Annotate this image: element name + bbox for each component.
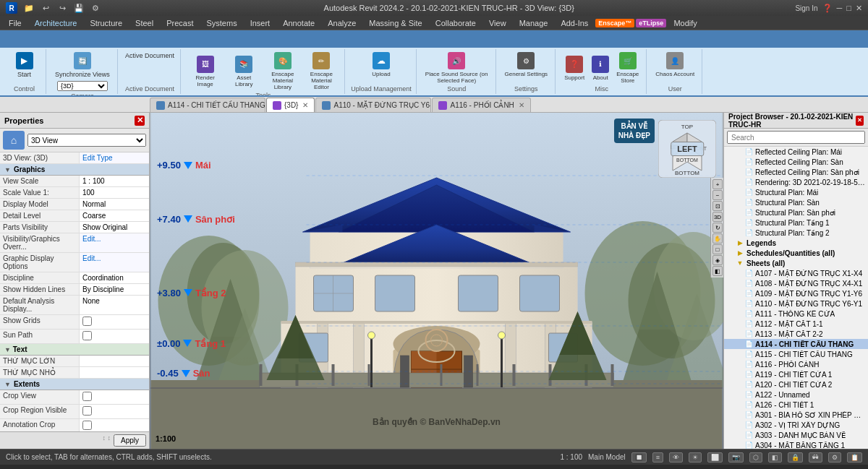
temporary-hide-btn[interactable]: 🕶 [809, 452, 822, 462]
ribbon-btn-chaos-account[interactable]: 👤 Chaos Account [652, 51, 697, 85]
render-status-btn[interactable]: 📷 [728, 452, 744, 462]
tree-item[interactable]: 📄A304 - MẶT BẰNG TẦNG 1 [724, 440, 868, 449]
text-section[interactable]: ▼ Text [0, 344, 149, 356]
menu-view[interactable]: View [483, 17, 512, 29]
menu-structure[interactable]: Structure [84, 17, 128, 29]
pan-btn[interactable]: ✋ [712, 233, 723, 244]
tree-item[interactable]: 📄Structural Plan: Sàn phơi [724, 207, 868, 218]
tree-item[interactable]: 📄Structural Plan: Sàn [724, 197, 868, 207]
ribbon-btn-sound[interactable]: 🔊 Place Sound Source (onSelected Face) [422, 51, 491, 85]
doc-tab-a116[interactable]: A116 - PHỐI CẢNH ✕ [432, 98, 530, 112]
tree-item[interactable]: 📄A122 - Unnamed [724, 390, 868, 400]
discipline-value[interactable]: Coordination [80, 272, 149, 283]
menu-architecture[interactable]: Architecture [29, 17, 83, 29]
ribbon-btn-asset-lib[interactable]: 📚 AssetLibrary [225, 54, 263, 89]
apply-btn[interactable]: Apply [114, 434, 146, 447]
edit-type-btn[interactable]: Edit Type [80, 152, 149, 163]
tree-item[interactable]: 📄A116 - PHỐI CẢNH [724, 359, 868, 369]
sign-in-link[interactable]: Sign In [795, 4, 817, 12]
doc-tab-a114[interactable]: A114 - CHI TIẾT CẦU THANG ✕ [150, 98, 265, 112]
tree-item[interactable]: 📄Reflected Ceiling Plan: Mái [724, 147, 868, 157]
model-graphics-btn[interactable]: ◧ [768, 452, 782, 462]
ribbon-btn-start[interactable]: ▶ Start [13, 51, 36, 85]
vis-graphics-edit[interactable]: Edit... [80, 233, 149, 252]
view-3d-btn[interactable]: 3D [712, 212, 723, 222]
ribbon-btn-store[interactable]: 🛒 EnscapeStore [613, 51, 642, 85]
crop-region-status-btn[interactable]: ⬜ [707, 452, 723, 462]
menu-collaborate[interactable]: Collaborate [430, 17, 482, 29]
render-quality-btn[interactable]: ◈ [712, 255, 723, 265]
vis-graphics-status-btn[interactable]: 👁 [669, 452, 683, 462]
view-scale-value[interactable]: 1 : 100 [80, 176, 149, 186]
tree-item[interactable]: 📄Structural Plan: Tầng 1 [724, 218, 868, 228]
extents-section[interactable]: ▼ Extents [0, 379, 149, 390]
menu-insert[interactable]: Insert [244, 17, 276, 29]
ribbon-btn-support[interactable]: ❓ Support [561, 54, 587, 82]
scale-value-value[interactable]: 100 [80, 187, 149, 198]
thu-muc-nho-value[interactable] [80, 367, 149, 378]
section-box-ctrl-btn[interactable]: □ [712, 244, 723, 254]
zoom-out-btn[interactable]: − [712, 190, 723, 200]
close-btn[interactable]: ✕ [856, 4, 862, 13]
ribbon-btn-gen-settings[interactable]: ⚙ General Settings [502, 51, 551, 85]
graphic-display-edit[interactable]: Edit... [80, 253, 149, 272]
tree-item[interactable]: 📄Rendering: 3D 2021-02-19-18-57-33 (E... [724, 177, 868, 187]
menu-manage[interactable]: Manage [514, 17, 554, 29]
rotate-btn[interactable]: ↻ [712, 223, 723, 233]
tree-item[interactable]: 📄A107 - MẶT ĐỨNG TRỤC X1-X4 [724, 268, 868, 278]
save-btn[interactable]: 💾 [72, 1, 86, 15]
properties-close-btn[interactable]: ✕ [135, 116, 145, 126]
canvas-area[interactable]: +9.50 Mái +7.40 Sân phơi +3.80 Tầng 2 ±0… [150, 113, 723, 449]
show-grids-check[interactable] [82, 317, 92, 326]
project-browser-close[interactable]: ✕ [856, 116, 864, 126]
maximize-btn[interactable]: □ [846, 4, 851, 12]
ribbon-btn-about[interactable]: ℹ About [589, 54, 612, 82]
tree-item[interactable]: 📄A302 - VỊ TRÍ XÂY DỰNG [724, 420, 868, 430]
menu-modify[interactable]: Modify [668, 17, 702, 29]
tree-item[interactable]: 📄A120 - CHI TIẾT CỬA 2 [724, 379, 868, 390]
visual-style-btn[interactable]: ◧ [712, 266, 723, 276]
view-props-btn[interactable]: 🔲 [631, 452, 647, 462]
detail-level-value[interactable]: Coarse [80, 210, 149, 221]
menu-precast[interactable]: Precast [161, 17, 199, 29]
detail-level-btn[interactable]: ≡ [652, 452, 663, 462]
crop-region-check[interactable] [82, 406, 92, 416]
sun-path-check[interactable] [82, 331, 92, 340]
tree-item[interactable]: 📄A301 - BÌA HỒ SƠ XIN PHÉP XÂY DỰNG [724, 410, 868, 420]
info-icon[interactable]: ❓ [822, 4, 833, 13]
hidden-lines-value[interactable]: By Discipline [80, 284, 149, 295]
tree-item[interactable]: 📄A126 - CHI TIẾT 1 [724, 400, 868, 410]
tree-item[interactable]: 📄A112 - MẶT CẮT 1-1 [724, 319, 868, 329]
menu-file[interactable]: File [3, 17, 27, 29]
workset-btn[interactable]: ⚙ [828, 452, 841, 462]
ribbon-btn-sync-views[interactable]: 🔄 Synchronize Views [52, 51, 113, 79]
lock-3d-btn[interactable]: 🔒 [788, 452, 803, 462]
menu-steel[interactable]: Steel [129, 17, 159, 29]
tree-item[interactable]: 📄A114 - CHI TIẾT CẦU THANG [724, 339, 868, 349]
nav-cube[interactable]: BOTTOM LEFT FRONT TOP BOTTOM LEFT [658, 120, 716, 178]
camera-doc-selector[interactable]: {3D} [54, 79, 111, 92]
menu-addins[interactable]: Add-Ins [555, 17, 594, 29]
view-type-select[interactable]: 3D View [27, 134, 146, 147]
doc-tab-a110[interactable]: A110 - MẶT ĐỨNG TRỤC Y6-Y1 ✕ [315, 98, 431, 112]
tree-item[interactable]: 📄A109 - MẶT ĐỨNG TRỤC Y1-Y6 [724, 288, 868, 298]
tab-close-3d[interactable]: ✕ [302, 101, 308, 109]
section-box-status-btn[interactable]: ⬡ [749, 452, 762, 462]
tree-item[interactable]: 📄A108 - MẶT ĐỨNG TRỤC X4-X1 [724, 278, 868, 288]
display-model-value[interactable]: Normal [80, 199, 149, 210]
tree-item[interactable]: 📄A111 - THỐNG KÊ CỬA [724, 309, 868, 319]
camera-select[interactable]: {3D} [57, 81, 108, 91]
tree-item[interactable]: ▼Sheets (all) [724, 258, 868, 268]
doc-tab-3d[interactable]: {3D} ✕ [266, 98, 315, 112]
tab-close-a116[interactable]: ✕ [519, 101, 524, 109]
tree-item[interactable]: 📄Structural Plan: Tầng 2 [724, 228, 868, 238]
ribbon-btn-render[interactable]: 🖼 RenderImage [187, 54, 224, 89]
tree-item[interactable]: 📄Structural Plan: Mái [724, 187, 868, 197]
tree-item[interactable]: ▶Schedules/Quantities (all) [724, 248, 868, 258]
menu-enscape[interactable]: Enscape™ [595, 19, 634, 27]
tree-item[interactable]: 📄A115 - CHI TIẾT CẦU THANG [724, 349, 868, 359]
menu-etlipse[interactable]: eTLipse [636, 19, 666, 27]
undo-btn[interactable]: ↩ [38, 1, 53, 15]
graphics-section[interactable]: ▼ Graphics [0, 164, 149, 176]
tree-item[interactable]: 📄A110 - MẶT ĐỨNG TRỤC Y6-Y1 [724, 298, 868, 309]
